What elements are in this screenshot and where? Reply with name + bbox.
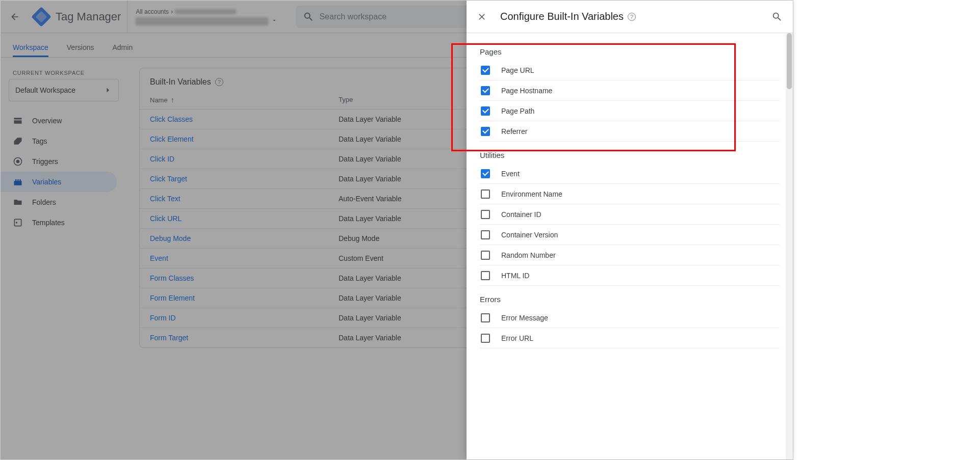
configure-panel: Configure Built-In Variables ? PagesPage…	[467, 1, 793, 459]
variable-option[interactable]: Event	[480, 164, 780, 184]
option-label: Container Version	[501, 231, 558, 239]
checkbox[interactable]	[481, 86, 490, 95]
checkbox[interactable]	[481, 251, 490, 260]
section-title: Errors	[480, 295, 780, 304]
variable-option[interactable]: Page URL	[480, 60, 780, 80]
scrollbar-track	[786, 33, 793, 459]
variable-option[interactable]: Container Version	[480, 225, 780, 245]
option-label: Random Number	[501, 251, 556, 259]
checkbox[interactable]	[481, 66, 490, 75]
variable-option[interactable]: Page Hostname	[480, 80, 780, 101]
variable-option[interactable]: Environment Name	[480, 184, 780, 204]
section-title: Pages	[480, 47, 780, 56]
variable-option[interactable]: Error URL	[480, 328, 780, 348]
option-label: Page URL	[501, 66, 534, 74]
option-label: HTML ID	[501, 272, 529, 280]
help-icon[interactable]: ?	[628, 13, 636, 21]
variable-option[interactable]: Error Message	[480, 308, 780, 328]
checkbox[interactable]	[481, 230, 490, 239]
option-label: Event	[501, 170, 520, 178]
close-button[interactable]	[477, 12, 491, 22]
option-label: Referrer	[501, 127, 527, 136]
variable-option[interactable]: Container ID	[480, 204, 780, 225]
checkbox[interactable]	[481, 127, 490, 136]
checkbox[interactable]	[481, 210, 490, 219]
variable-option[interactable]: Referrer	[480, 121, 780, 142]
option-label: Page Hostname	[501, 87, 552, 95]
panel-title: Configure Built-In Variables	[500, 11, 624, 22]
checkbox[interactable]	[481, 313, 490, 322]
option-label: Error URL	[501, 334, 533, 342]
option-label: Container ID	[501, 210, 541, 219]
option-label: Page Path	[501, 107, 534, 115]
checkbox[interactable]	[481, 190, 490, 199]
option-label: Environment Name	[501, 190, 562, 198]
scrollbar-thumb[interactable]	[787, 33, 792, 89]
variable-option[interactable]: Page Path	[480, 101, 780, 121]
section-title: Utilities	[480, 151, 780, 159]
panel-search-button[interactable]	[771, 11, 783, 22]
close-icon	[477, 12, 487, 22]
variable-option[interactable]: HTML ID	[480, 265, 780, 286]
checkbox[interactable]	[481, 169, 490, 178]
checkbox[interactable]	[481, 271, 490, 280]
checkbox[interactable]	[481, 334, 490, 343]
checkbox[interactable]	[481, 106, 490, 116]
option-label: Error Message	[501, 314, 548, 322]
search-icon	[771, 11, 783, 22]
variable-option[interactable]: Random Number	[480, 245, 780, 265]
